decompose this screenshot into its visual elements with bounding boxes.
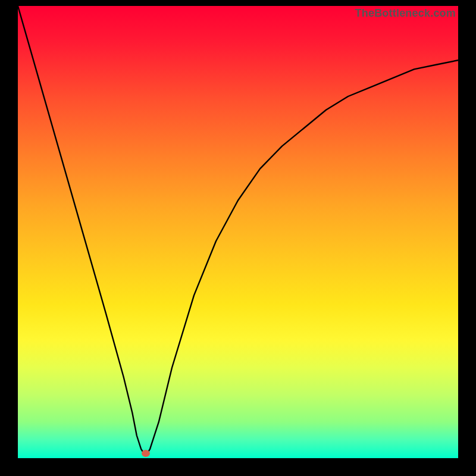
watermark-text: TheBottleneck.com — [355, 7, 456, 20]
optimal-point-marker — [142, 450, 150, 457]
bottleneck-curve-path — [18, 6, 458, 456]
chart-container: TheBottleneck.com — [0, 0, 476, 476]
bottleneck-curve-svg — [18, 6, 458, 458]
